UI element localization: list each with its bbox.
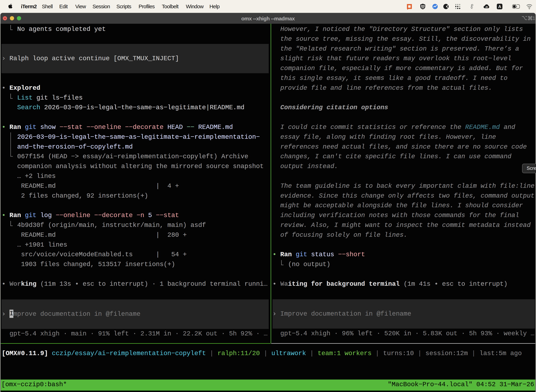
svg-text:..61: ..61 <box>485 6 488 8</box>
svg-text:A: A <box>498 4 501 9</box>
svg-text:1: 1 <box>532 15 535 21</box>
